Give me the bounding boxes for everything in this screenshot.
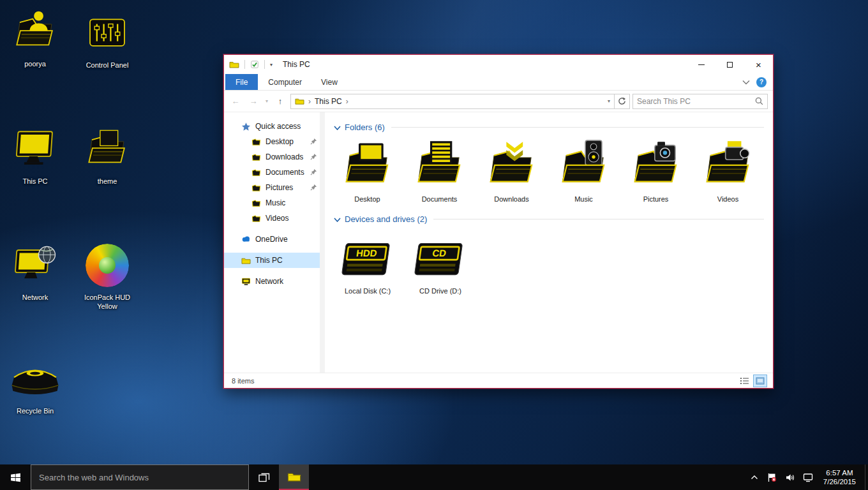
sidebar-item-videos[interactable]: Videos [224, 211, 325, 226]
taskbar-search-box[interactable] [31, 464, 249, 490]
ribbon-tabs: File Computer View ? [224, 74, 773, 91]
tab-file[interactable]: File [225, 74, 258, 90]
desktop-folder-icon [338, 139, 397, 194]
pin-icon [310, 138, 317, 147]
sidebar-item-downloads[interactable]: Downloads [224, 149, 325, 165]
explorer-search-input[interactable] [637, 97, 755, 106]
sidebar-item-onedrive[interactable]: OneDrive [224, 232, 325, 247]
windows-logo-icon [10, 472, 21, 483]
control-panel-icon [82, 9, 133, 57]
up-button[interactable]: ↑ [273, 94, 288, 109]
desktop-icon-recycle-bin[interactable]: Recycle Bin [0, 355, 70, 415]
folder-tile-videos[interactable]: Videos [694, 139, 761, 203]
desktop-icon-theme[interactable]: theme [72, 125, 142, 186]
desktop-icon-iconpack[interactable]: IconPack HUD Yellow [72, 241, 142, 311]
search-icon [755, 97, 763, 105]
folder-icon [251, 182, 261, 193]
group-header-drives[interactable]: Devices and drives (2) [334, 212, 767, 226]
forward-button[interactable]: → [246, 94, 261, 109]
taskbar: 6:57 AM 7/26/2015 [0, 464, 868, 490]
cd-drive-icon: CD [410, 231, 471, 286]
drive-tile-cd[interactable]: CD CD Drive (D:) [407, 231, 474, 295]
taskbar-file-explorer-button[interactable] [279, 464, 309, 490]
sidebar-item-this-pc[interactable]: This PC [224, 253, 325, 268]
maximize-button[interactable] [715, 55, 744, 74]
address-box[interactable]: › This PC › ▾ [290, 94, 615, 109]
folder-icon [251, 198, 261, 208]
clock-date: 7/26/2015 [823, 477, 856, 486]
window-folder-icon [229, 59, 239, 70]
drives-row: HDD Local Disk (C:) CD [334, 231, 767, 295]
sidebar-item-network[interactable]: Network [224, 274, 325, 289]
folders-row: Desktop Documents Downloads [334, 139, 767, 203]
desktop-icon-network[interactable]: Network [0, 241, 70, 302]
qat-customize-caret-icon[interactable]: ▾ [270, 62, 273, 68]
folder-tile-downloads[interactable]: Downloads [478, 139, 545, 203]
onedrive-cloud-icon [241, 234, 251, 244]
sidebar-item-music[interactable]: Music [224, 195, 325, 211]
folder-tile-desktop[interactable]: Desktop [334, 139, 401, 203]
desktop-icon-label: theme [98, 177, 117, 186]
nav-scrollbar[interactable] [320, 112, 325, 373]
volume-icon[interactable] [782, 464, 798, 490]
sidebar-item-documents[interactable]: Documents [224, 165, 325, 180]
downloads-folder-icon [483, 139, 541, 194]
expand-ribbon-chevron-icon[interactable] [742, 80, 750, 85]
drive-tile-local-disk[interactable]: HDD Local Disk (C:) [334, 231, 401, 295]
desktop-wallpaper: poorya Control Panel [0, 0, 868, 490]
thumbnail-view-button[interactable] [754, 375, 767, 387]
title-bar[interactable]: ▾ This PC × [224, 55, 773, 74]
desktop-icon-this-pc[interactable]: This PC [0, 125, 70, 186]
clock[interactable]: 6:57 AM 7/26/2015 [818, 468, 861, 486]
minimize-button[interactable] [687, 55, 715, 74]
iconpack-swirl-icon [82, 241, 133, 290]
pin-icon [310, 184, 317, 193]
monitor-icon [10, 125, 61, 174]
start-button[interactable] [0, 464, 31, 490]
address-dropdown-caret-icon[interactable]: ▾ [608, 98, 610, 104]
breadcrumb-separator: › [308, 97, 311, 106]
quick-access-toolbar: ▾ [229, 59, 273, 70]
item-count: 8 items [232, 377, 254, 385]
details-view-button[interactable] [738, 375, 751, 387]
group-header-folders[interactable]: Folders (6) [334, 120, 767, 134]
explorer-window: ▾ This PC × File Computer View ? ← → ▾ [223, 54, 774, 389]
breadcrumb[interactable]: This PC [315, 97, 342, 106]
task-view-button[interactable] [249, 464, 279, 490]
network-tray-icon[interactable] [800, 464, 816, 490]
desktop-icon-poorya[interactable]: poorya [0, 8, 70, 68]
desktop-icon-control-panel[interactable]: Control Panel [72, 9, 142, 70]
user-folder-icon [10, 8, 61, 56]
sidebar-item-desktop[interactable]: Desktop [224, 134, 325, 149]
desktop-icon-label: Control Panel [86, 61, 129, 70]
this-pc-icon [241, 255, 251, 265]
pictures-folder-icon [627, 139, 685, 194]
explorer-search-box[interactable] [632, 94, 768, 109]
show-desktop-button[interactable] [865, 464, 868, 490]
hud-folder-icon [82, 125, 133, 174]
pin-icon [310, 168, 317, 177]
tray-chevron-up-icon[interactable] [747, 464, 762, 490]
folder-tile-pictures[interactable]: Pictures [622, 139, 689, 203]
sidebar-item-pictures[interactable]: Pictures [224, 180, 325, 195]
help-icon[interactable]: ? [756, 77, 767, 87]
desktop-icon-label: Network [22, 293, 48, 302]
close-button[interactable]: × [744, 55, 773, 74]
quick-access-star-icon [241, 121, 251, 131]
file-explorer-icon [287, 470, 302, 484]
refresh-button[interactable] [615, 94, 630, 109]
task-view-icon [258, 473, 270, 482]
qat-properties-icon[interactable] [250, 60, 259, 69]
breadcrumb-separator[interactable]: › [346, 97, 348, 106]
tab-computer[interactable]: Computer [259, 74, 311, 90]
back-button[interactable]: ← [228, 94, 243, 109]
taskbar-search-input[interactable] [39, 473, 241, 482]
tab-view[interactable]: View [312, 74, 347, 90]
address-bar: ← → ▾ ↑ › This PC › ▾ [224, 91, 773, 112]
sidebar-item-quick-access[interactable]: Quick access [224, 119, 325, 134]
history-caret-icon[interactable]: ▾ [264, 98, 270, 104]
security-flag-icon[interactable] [765, 464, 780, 490]
system-tray: 6:57 AM 7/26/2015 [747, 464, 865, 490]
folder-tile-documents[interactable]: Documents [406, 139, 473, 203]
folder-tile-music[interactable]: Music [550, 139, 617, 203]
